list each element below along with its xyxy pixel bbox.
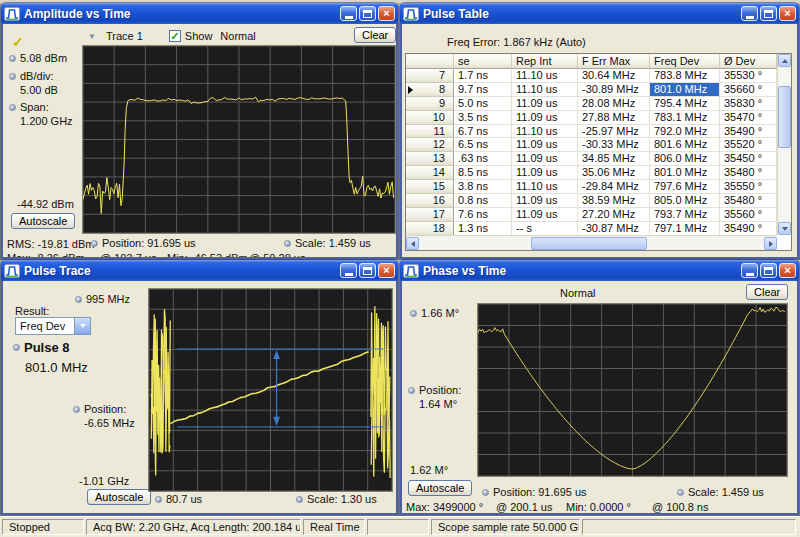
column-header[interactable]: Ø Dev [720, 54, 777, 69]
table-cell[interactable]: 8.5 ns [454, 166, 512, 180]
table-cell[interactable]: 792.0 MHz [650, 125, 720, 139]
row-header[interactable]: 16 [406, 194, 454, 208]
row-header[interactable]: 17 [406, 208, 454, 222]
knob-icon[interactable] [13, 344, 20, 351]
table-cell[interactable]: 11.10 us [512, 69, 578, 83]
close-button[interactable]: × [779, 263, 796, 278]
table-cell[interactable]: 11.10 us [512, 125, 578, 139]
table-row[interactable]: 71.7 ns11.10 us30.64 MHz783.8 MHz35530 ° [406, 69, 791, 83]
table-cell[interactable]: 11.10 us [512, 83, 578, 97]
row-header[interactable]: 9 [406, 97, 454, 111]
titlebar-pulse-table[interactable]: Pulse Table × [400, 3, 799, 24]
knob-icon[interactable] [9, 73, 16, 80]
row-header[interactable]: 14 [406, 166, 454, 180]
table-cell[interactable]: 27.88 MHz [578, 111, 650, 125]
table-cell[interactable]: -30.87 MHz [578, 222, 650, 236]
table-row[interactable]: 126.5 ns11.09 us-30.33 MHz801.6 MHz35520… [406, 138, 791, 152]
table-cell[interactable]: 7.6 ns [454, 208, 512, 222]
table-cell[interactable]: 35450 ° [720, 152, 777, 166]
table-cell[interactable]: 35490 ° [720, 222, 777, 236]
vertical-scrollbar[interactable] [777, 54, 791, 235]
result-dropdown[interactable]: Freq Dev [15, 317, 91, 335]
trace-selector[interactable]: Trace 1 [106, 30, 143, 42]
column-header[interactable]: Rep Int [512, 54, 578, 69]
knob-icon[interactable] [296, 496, 303, 503]
knob-icon[interactable] [482, 489, 489, 496]
table-cell[interactable]: 35550 ° [720, 180, 777, 194]
knob-icon[interactable] [284, 240, 291, 247]
table-cell[interactable]: -30.89 MHz [578, 83, 650, 97]
table-cell[interactable]: 38.59 MHz [578, 194, 650, 208]
pulse-trace-graph[interactable] [148, 288, 393, 492]
minimize-button[interactable] [741, 263, 758, 278]
amplitude-graph[interactable] [82, 45, 396, 234]
scroll-up-button[interactable] [778, 54, 791, 67]
column-header[interactable]: se [454, 54, 512, 69]
table-cell[interactable]: 9.7 ns [454, 83, 512, 97]
table-cell[interactable]: 35490 ° [720, 125, 777, 139]
knob-icon[interactable] [408, 387, 415, 394]
autoscale-button[interactable]: Autoscale [87, 489, 151, 505]
row-header[interactable]: 8 [406, 83, 454, 97]
knob-icon[interactable] [9, 55, 16, 62]
row-header[interactable]: 15 [406, 180, 454, 194]
table-cell[interactable]: 783.8 MHz [650, 69, 720, 83]
table-cell[interactable]: 11.09 us [512, 152, 578, 166]
minimize-button[interactable] [340, 6, 357, 21]
table-row[interactable]: 89.7 ns11.10 us-30.89 MHz801.0 MHz35660 … [406, 83, 791, 97]
table-row[interactable]: 181.3 ns-- s-30.87 MHz797.1 MHz35490 ° [406, 222, 791, 236]
table-cell[interactable]: 35530 ° [720, 69, 777, 83]
scroll-right-button[interactable] [764, 237, 777, 250]
table-cell[interactable]: 6.5 ns [454, 138, 512, 152]
clear-button[interactable]: Clear [354, 27, 396, 43]
vertical-scroll-thumb[interactable] [778, 86, 791, 148]
table-cell[interactable]: 1.3 ns [454, 222, 512, 236]
table-cell[interactable]: 27.20 MHz [578, 208, 650, 222]
row-header[interactable]: 13 [406, 152, 454, 166]
maximize-button[interactable] [760, 6, 777, 21]
table-cell[interactable]: 3.5 ns [454, 111, 512, 125]
table-cell[interactable]: 801.6 MHz [650, 138, 720, 152]
table-cell[interactable]: 35.06 MHz [578, 166, 650, 180]
table-cell[interactable]: 11.09 us [512, 194, 578, 208]
table-row[interactable]: 116.7 ns11.10 us-25.97 MHz792.0 MHz35490… [406, 125, 791, 139]
table-cell[interactable]: 6.7 ns [454, 125, 512, 139]
knob-icon[interactable] [155, 496, 162, 503]
table-cell[interactable]: 35830 ° [720, 97, 777, 111]
knob-icon[interactable] [75, 296, 82, 303]
autoscale-button[interactable]: Autoscale [408, 480, 472, 496]
table-cell[interactable]: 35520 ° [720, 138, 777, 152]
knob-icon[interactable] [91, 240, 98, 247]
minimize-button[interactable] [741, 6, 758, 21]
maximize-button[interactable] [760, 263, 777, 278]
table-cell[interactable]: -25.97 MHz [578, 125, 650, 139]
scroll-down-button[interactable] [778, 222, 791, 235]
knob-icon[interactable] [410, 310, 417, 317]
titlebar-phase[interactable]: Phase vs Time × [400, 260, 799, 281]
clear-button[interactable]: Clear [746, 284, 788, 300]
row-header[interactable]: 12 [406, 138, 454, 152]
table-cell[interactable]: 801.0 MHz [650, 166, 720, 180]
close-button[interactable]: × [779, 6, 796, 21]
phase-graph[interactable] [477, 303, 788, 477]
table-cell[interactable]: 34.85 MHz [578, 152, 650, 166]
horizontal-scroll-thumb[interactable] [531, 237, 647, 250]
table-cell[interactable]: 3.8 ns [454, 180, 512, 194]
maximize-button[interactable] [359, 263, 376, 278]
table-row[interactable]: 95.0 ns11.09 us28.08 MHz795.4 MHz35830 ° [406, 97, 791, 111]
table-row[interactable]: 148.5 ns11.09 us35.06 MHz801.0 MHz35480 … [406, 166, 791, 180]
titlebar-amplitude[interactable]: Amplitude vs Time × [1, 3, 398, 24]
table-cell[interactable]: 797.1 MHz [650, 222, 720, 236]
table-cell[interactable]: 0.8 ns [454, 194, 512, 208]
table-cell[interactable]: 11.09 us [512, 138, 578, 152]
table-cell[interactable]: 11.09 us [512, 111, 578, 125]
table-cell[interactable]: 11.09 us [512, 166, 578, 180]
table-cell[interactable]: 797.6 MHz [650, 180, 720, 194]
row-header[interactable]: 7 [406, 69, 454, 83]
table-cell[interactable]: 795.4 MHz [650, 97, 720, 111]
table-cell[interactable]: 35660 ° [720, 83, 777, 97]
table-cell[interactable]: 1.7 ns [454, 69, 512, 83]
table-cell[interactable]: 11.09 us [512, 97, 578, 111]
table-cell[interactable]: 28.08 MHz [578, 97, 650, 111]
maximize-button[interactable] [359, 6, 376, 21]
